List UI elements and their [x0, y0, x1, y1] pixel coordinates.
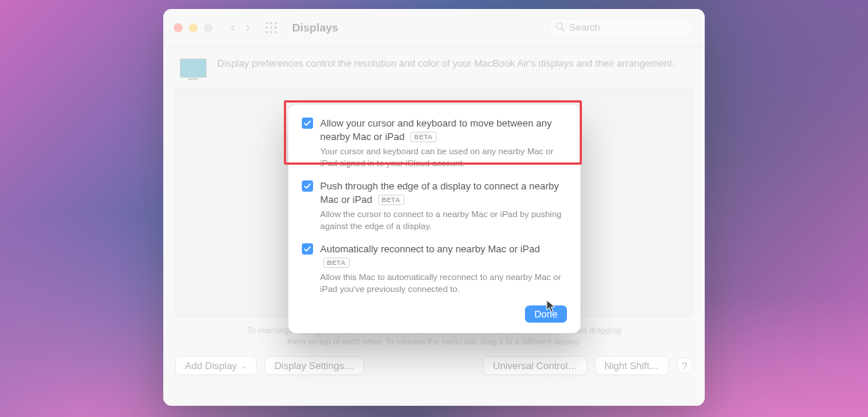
option-desc: Your cursor and keyboard can be used on … — [321, 146, 567, 169]
display-settings-button[interactable]: Display Settings… — [264, 356, 363, 375]
search-input[interactable] — [569, 22, 688, 33]
back-button[interactable]: ‹ — [231, 19, 235, 35]
search-icon — [555, 21, 565, 34]
checkbox-allow-cursor-keyboard[interactable] — [302, 118, 313, 129]
checkbox-push-through-edge[interactable] — [302, 180, 313, 192]
done-button[interactable]: Done — [525, 305, 566, 323]
option-desc: Allow this Mac to automatically reconnec… — [321, 272, 567, 295]
close-window-button[interactable] — [174, 23, 183, 32]
intro-text: Display preferences control the resoluti… — [217, 57, 675, 70]
chevron-down-icon: ⌄ — [241, 362, 247, 370]
minimize-window-button[interactable] — [189, 23, 198, 32]
universal-control-button[interactable]: Universal Control… — [483, 356, 587, 375]
night-shift-button[interactable]: Night Shift… — [595, 356, 669, 375]
beta-badge: BETA — [378, 195, 404, 205]
zoom-window-button[interactable] — [204, 23, 213, 32]
window-controls — [174, 23, 213, 32]
option-title: Push through the edge of a display to co… — [321, 180, 567, 206]
option-auto-reconnect: Automatically reconnect to any nearby Ma… — [302, 243, 567, 295]
svg-point-3 — [266, 26, 268, 28]
show-all-icon[interactable] — [265, 22, 277, 34]
svg-point-2 — [275, 22, 277, 24]
svg-point-5 — [275, 26, 277, 28]
svg-point-8 — [275, 31, 277, 33]
bottom-toolbar: Add Display ⌄ Display Settings… Universa… — [163, 347, 705, 386]
help-button[interactable]: ? — [676, 357, 693, 374]
beta-badge: BETA — [410, 132, 437, 142]
svg-line-10 — [562, 28, 564, 30]
svg-point-4 — [270, 26, 273, 28]
svg-point-1 — [270, 22, 273, 24]
beta-badge: BETA — [324, 258, 350, 268]
search-field[interactable] — [548, 18, 694, 37]
option-title: Allow your cursor and keyboard to move b… — [321, 117, 567, 143]
option-push-through-edge: Push through the edge of a display to co… — [302, 180, 567, 232]
intro-row: Display preferences control the resoluti… — [163, 46, 705, 84]
option-title: Automatically reconnect to any nearby Ma… — [321, 243, 567, 269]
option-allow-cursor-keyboard: Allow your cursor and keyboard to move b… — [302, 117, 567, 169]
window-title: Displays — [292, 21, 339, 34]
svg-point-0 — [266, 22, 268, 24]
checkbox-auto-reconnect[interactable] — [302, 243, 313, 255]
add-display-button[interactable]: Add Display ⌄ — [175, 356, 257, 375]
forward-button[interactable]: › — [246, 19, 250, 35]
titlebar: ‹ › Displays — [163, 9, 705, 46]
svg-point-6 — [266, 31, 268, 33]
universal-control-sheet: Allow your cursor and keyboard to move b… — [288, 105, 580, 333]
preferences-window: ‹ › Displays Display preferences control… — [163, 9, 705, 406]
svg-point-7 — [270, 31, 273, 33]
option-desc: Allow the cursor to connect to a nearby … — [321, 209, 567, 232]
display-icon — [180, 58, 207, 78]
